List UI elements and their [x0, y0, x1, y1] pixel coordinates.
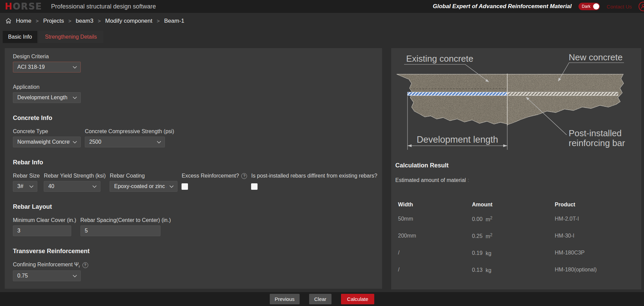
- section-heading-rebar-layout: Rebar Layout: [13, 203, 374, 210]
- design-criteria-label: Design Criteria: [13, 54, 374, 60]
- breadcrumb-item-beam-1[interactable]: Beam-1: [164, 18, 185, 24]
- table-row: 50mm 0.00m2 HM-2.0T-I: [394, 210, 637, 227]
- cell-amount: 0.00m2: [472, 215, 555, 222]
- breadcrumb: Home > Projects > beam3 > Modify compone…: [0, 13, 644, 29]
- user-avatar-icon[interactable]: [639, 2, 644, 11]
- tab-strengthening-details[interactable]: Strengthening Details: [39, 31, 103, 43]
- table-row: / 0.13kg HM-180(optional): [394, 261, 637, 278]
- excess-reinforcement-label: Excess Reinforcement?: [182, 173, 239, 179]
- breadcrumb-item-modify-component[interactable]: Modify component: [105, 18, 152, 24]
- logo-text-rest: ORSE: [13, 1, 42, 12]
- post-installed-question-checkbox[interactable]: [251, 183, 258, 190]
- table-header-row: Width Amount Product: [394, 199, 637, 210]
- rebar-yield-label: Rebar Yield Strength (ksi): [44, 173, 106, 179]
- design-criteria-select[interactable]: ACI 318-19: [13, 62, 81, 73]
- chevron-down-icon: [73, 96, 77, 99]
- section-heading-transverse: Transverse Reinforcement: [13, 248, 374, 255]
- breadcrumb-separator: >: [157, 18, 160, 24]
- concrete-strength-select[interactable]: 2500: [85, 137, 165, 147]
- rebar-coating-select[interactable]: Epoxy-coated or zinc a...: [110, 181, 177, 192]
- horse-logo[interactable]: HORSE: [5, 2, 42, 11]
- rebar-coating-value: Epoxy-coated or zinc a...: [114, 183, 167, 189]
- theme-toggle[interactable]: Dark: [579, 3, 600, 10]
- confining-reinforcement-value: 0.75: [17, 273, 28, 279]
- rebar-size-field: Rebar Size 3#: [13, 173, 40, 192]
- calculation-result-title: Calculation Result: [395, 162, 449, 169]
- min-clear-cover-label: Minimum Clear Cover (in.): [13, 217, 76, 223]
- new-concrete-label: New concrete: [569, 52, 623, 62]
- logo-text-red: H: [5, 1, 13, 12]
- chevron-down-icon: [29, 185, 34, 188]
- post-installed-bar-existing-segment: [408, 92, 507, 96]
- theme-toggle-label: Dark: [582, 4, 590, 9]
- toggle-knob-icon: [593, 3, 599, 9]
- post-installed-question-field: Is post-installed rebars diffirent from …: [251, 173, 377, 192]
- breadcrumb-separator: >: [36, 18, 39, 24]
- confining-reinforcement-field: Confining Reinforcement Ψr ? 0.75: [13, 262, 374, 281]
- calculate-button[interactable]: Calculate: [341, 294, 375, 304]
- min-clear-cover-input[interactable]: 3: [13, 225, 71, 236]
- table-row: / 0.19kg HM-180C3P: [394, 244, 637, 261]
- breadcrumb-separator: >: [69, 18, 72, 24]
- help-icon[interactable]: ?: [241, 173, 247, 179]
- person-icon: [640, 3, 644, 9]
- concrete-type-select[interactable]: Normalweight Concrete: [13, 137, 81, 147]
- strengthening-form-panel: Design Criteria ACI 318-19 Application D…: [5, 48, 382, 289]
- breadcrumb-item-projects[interactable]: Projects: [43, 18, 64, 24]
- excess-reinforcement-field: Excess Reinforcement? ?: [182, 173, 247, 192]
- concrete-type-label: Concrete Type: [13, 128, 81, 135]
- excess-reinforcement-checkbox[interactable]: [182, 183, 188, 190]
- cell-width: /: [398, 250, 472, 256]
- column-amount: Amount: [472, 202, 555, 208]
- rebar-yield-select[interactable]: 40: [44, 181, 100, 192]
- min-clear-cover-field: Minimum Clear Cover (in.) 3: [13, 217, 76, 236]
- post-installed-label-line1: Post-installed: [569, 128, 622, 138]
- detail-tabs: Basic Info Strengthening Details: [3, 31, 103, 43]
- rebar-coating-field: Rebar Coating Epoxy-coated or zinc a...: [110, 173, 177, 192]
- help-icon[interactable]: ?: [82, 262, 88, 268]
- concrete-type-field: Concrete Type Normalweight Concrete: [13, 128, 81, 147]
- rebar-size-select[interactable]: 3#: [13, 181, 37, 192]
- post-installed-question-label: Is post-installed rebars diffirent from …: [251, 173, 377, 179]
- cell-width: /: [398, 267, 472, 273]
- contact-us-link[interactable]: Contact Us: [607, 4, 632, 9]
- chevron-down-icon: [73, 274, 77, 278]
- concrete-strength-value: 2500: [89, 139, 101, 145]
- chevron-down-icon: [169, 185, 174, 188]
- cell-product: HM-180C3P: [555, 250, 637, 256]
- design-criteria-value: ACI 318-19: [17, 64, 45, 70]
- chevron-down-icon: [92, 185, 97, 188]
- rebar-size-label: Rebar Size: [13, 173, 40, 179]
- cell-product: HM-2.0T-I: [555, 216, 637, 222]
- previous-button[interactable]: Previous: [270, 294, 300, 304]
- clear-button[interactable]: Clear: [309, 294, 332, 304]
- cell-amount: 0.19kg: [472, 249, 555, 256]
- concrete-strength-label: Concrete Compressive Strength (psi): [85, 128, 174, 135]
- tab-basic-info[interactable]: Basic Info: [3, 31, 37, 43]
- confining-reinforcement-select[interactable]: 0.75: [13, 270, 81, 281]
- app-header: HORSE Professional structural design sof…: [0, 0, 644, 13]
- post-installed-bar-new-segment: [507, 92, 618, 96]
- application-value: Development Length: [17, 95, 68, 101]
- existing-concrete-label: Existing concrete: [406, 54, 473, 64]
- application-field: Application Development Length: [13, 84, 374, 103]
- rebar-spacing-input[interactable]: 5: [80, 225, 160, 236]
- section-heading-concrete-info: Concrete Info: [13, 115, 374, 122]
- rebar-size-value: 3#: [17, 183, 23, 189]
- home-icon[interactable]: [5, 18, 12, 24]
- action-bar: Previous Clear Calculate: [0, 292, 644, 306]
- brand-slogan: Global Expert of Advanced Reinforcement …: [433, 3, 571, 10]
- section-heading-rebar-info: Rebar Info: [13, 159, 374, 166]
- dimension-arrow-left: [408, 144, 412, 147]
- rebar-spacing-label: Rebar Spacing(Center to Center) (in.): [80, 217, 171, 223]
- application-select[interactable]: Development Length: [13, 92, 81, 103]
- rebar-yield-field: Rebar Yield Strength (ksi) 40: [44, 173, 106, 192]
- chevron-down-icon: [73, 66, 77, 69]
- breadcrumb-item-beam3[interactable]: beam3: [76, 18, 93, 24]
- cell-product: HM-30-I: [555, 233, 637, 239]
- estimated-material-note: Estimated amount of material:: [395, 177, 469, 183]
- breadcrumb-item-home[interactable]: Home: [16, 18, 31, 24]
- cell-product: HM-180(optional): [555, 267, 637, 273]
- post-installed-label-line2: reinforcing bar: [569, 138, 625, 148]
- rebar-spacing-field: Rebar Spacing(Center to Center) (in.) 5: [80, 217, 171, 236]
